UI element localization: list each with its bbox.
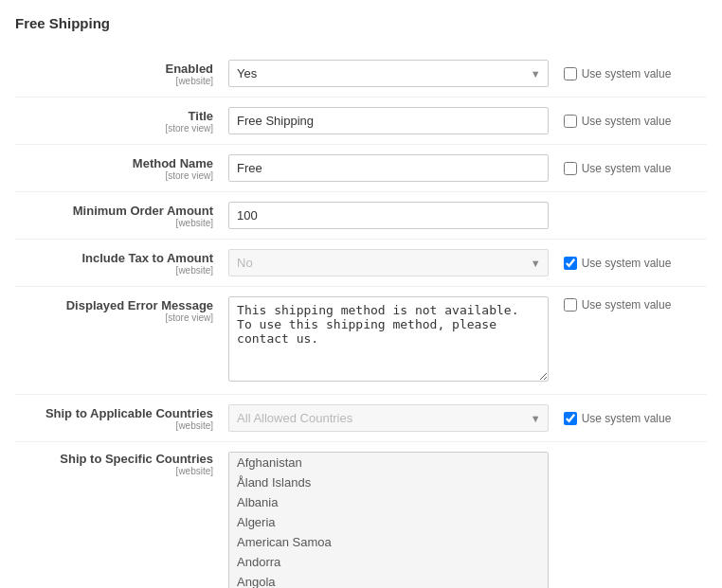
title-use-system-cell: Use system value <box>556 98 707 145</box>
include-tax-use-system-text: Use system value <box>582 257 672 270</box>
min-order-label: Minimum Order Amount <box>23 204 213 218</box>
enabled-use-system-cell: Use system value <box>556 50 707 98</box>
title-label: Title <box>23 109 213 123</box>
ship-applicable-label-cell: Ship to Applicable Countries [website] <box>15 395 221 442</box>
method-name-label-cell: Method Name [store view] <box>15 145 221 192</box>
error-message-use-system-label[interactable]: Use system value <box>564 298 699 312</box>
error-message-use-system-cell: Use system value <box>556 287 707 395</box>
enabled-label-cell: Enabled [website] <box>15 50 221 98</box>
min-order-label-cell: Minimum Order Amount [website] <box>15 192 221 240</box>
title-input-cell <box>221 98 556 145</box>
ship-applicable-use-system-checkbox[interactable] <box>564 412 577 425</box>
method-name-scope: [store view] <box>23 170 213 181</box>
ship-applicable-label: Ship to Applicable Countries <box>23 406 213 420</box>
method-name-use-system-text: Use system value <box>582 162 672 175</box>
include-tax-use-system-checkbox[interactable] <box>564 257 577 270</box>
error-message-scope: [store view] <box>23 312 213 323</box>
method-name-use-system-checkbox[interactable] <box>564 162 577 175</box>
ship-applicable-input-cell: All Allowed Countries Specific Countries… <box>221 395 556 442</box>
method-name-input[interactable] <box>228 154 549 182</box>
include-tax-use-system-cell: Use system value <box>556 240 707 287</box>
enabled-use-system-label[interactable]: Use system value <box>564 67 699 80</box>
ship-specific-listbox[interactable]: Afghanistan Åland Islands Albania Algeri… <box>228 452 549 588</box>
include-tax-input-cell: No Yes ▼ <box>221 240 556 287</box>
error-message-row: Displayed Error Message [store view] Thi… <box>15 287 707 395</box>
include-tax-row: Include Tax to Amount [website] No Yes ▼… <box>15 240 707 287</box>
enabled-label: Enabled <box>23 62 213 76</box>
ship-specific-row: Ship to Specific Countries [website] Afg… <box>15 442 707 589</box>
method-name-label: Method Name <box>23 156 213 170</box>
enabled-select-wrapper: Yes No ▼ <box>228 60 549 87</box>
include-tax-label: Include Tax to Amount <box>23 251 213 265</box>
method-name-use-system-label[interactable]: Use system value <box>564 162 699 175</box>
error-message-use-system-text: Use system value <box>582 298 672 312</box>
min-order-row: Minimum Order Amount [website] <box>15 192 707 240</box>
min-order-input-cell <box>221 192 556 240</box>
ship-applicable-select[interactable]: All Allowed Countries Specific Countries <box>228 404 549 432</box>
ship-applicable-use-system-label[interactable]: Use system value <box>564 412 699 425</box>
include-tax-select[interactable]: No Yes <box>228 249 549 276</box>
title-scope: [store view] <box>23 123 213 134</box>
include-tax-label-cell: Include Tax to Amount [website] <box>15 240 221 287</box>
method-name-input-cell <box>221 145 556 192</box>
title-use-system-checkbox[interactable] <box>564 115 577 128</box>
ship-applicable-use-system-cell: Use system value <box>556 395 707 442</box>
ship-specific-scope: [website] <box>23 466 213 476</box>
title-row: Title [store view] Use system value <box>15 98 707 145</box>
title-label-cell: Title [store view] <box>15 98 221 145</box>
ship-applicable-scope: [website] <box>23 420 213 431</box>
title-use-system-text: Use system value <box>582 115 672 128</box>
include-tax-use-system-label[interactable]: Use system value <box>564 257 699 270</box>
include-tax-scope: [website] <box>23 265 213 276</box>
ship-specific-use-system-cell <box>556 442 707 589</box>
enabled-input-cell: Yes No ▼ <box>221 50 556 98</box>
error-message-label: Displayed Error Message <box>23 298 213 312</box>
method-name-use-system-cell: Use system value <box>556 145 707 192</box>
title-use-system-label[interactable]: Use system value <box>564 115 699 128</box>
enabled-use-system-text: Use system value <box>582 67 672 80</box>
settings-form: Enabled [website] Yes No ▼ Use system va… <box>15 50 707 588</box>
error-message-use-system-checkbox[interactable] <box>564 298 577 312</box>
error-message-label-cell: Displayed Error Message [store view] <box>15 287 221 395</box>
include-tax-select-wrapper: No Yes ▼ <box>228 249 549 276</box>
error-message-input-cell: This shipping method is not available. T… <box>221 287 556 395</box>
title-input[interactable] <box>228 107 549 134</box>
ship-specific-label: Ship to Specific Countries <box>23 452 213 466</box>
enabled-scope: [website] <box>23 76 213 86</box>
method-name-row: Method Name [store view] Use system valu… <box>15 145 707 192</box>
enabled-select[interactable]: Yes No <box>228 60 549 87</box>
ship-applicable-row: Ship to Applicable Countries [website] A… <box>15 395 707 442</box>
min-order-scope: [website] <box>23 218 213 228</box>
error-message-textarea[interactable]: This shipping method is not available. T… <box>228 296 549 382</box>
page-title: Free Shipping <box>15 15 707 31</box>
ship-specific-label-cell: Ship to Specific Countries [website] <box>15 442 221 589</box>
ship-specific-input-cell: Afghanistan Åland Islands Albania Algeri… <box>221 442 556 589</box>
enabled-row: Enabled [website] Yes No ▼ Use system va… <box>15 50 707 98</box>
ship-applicable-use-system-text: Use system value <box>582 412 672 425</box>
enabled-use-system-checkbox[interactable] <box>564 67 577 80</box>
min-order-input[interactable] <box>228 202 549 229</box>
min-order-use-system-cell <box>556 192 707 240</box>
ship-applicable-select-wrapper: All Allowed Countries Specific Countries… <box>228 404 549 432</box>
